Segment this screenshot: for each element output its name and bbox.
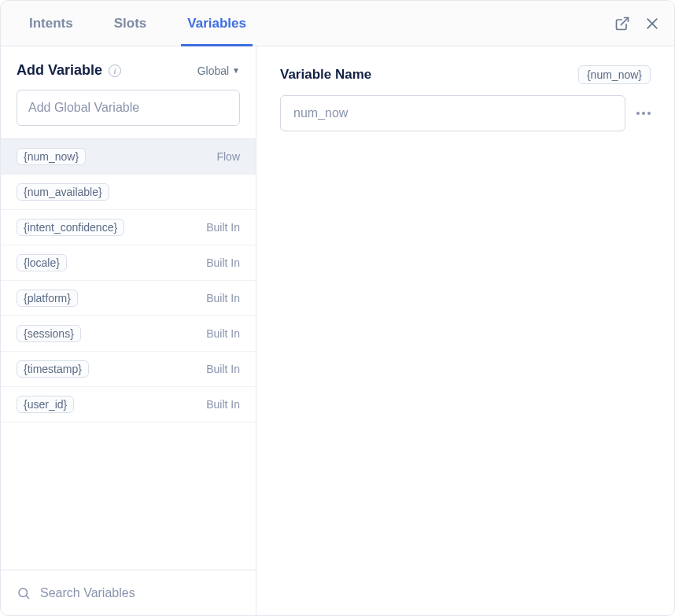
variable-row[interactable]: {num_now}Flow [1, 139, 256, 175]
variable-token: {timestamp} [17, 360, 89, 378]
variable-type: Built In [206, 398, 240, 411]
variable-row[interactable]: {intent_confidence}Built In [1, 210, 256, 245]
variable-type: Built In [206, 221, 240, 234]
detail-title: Variable Name [280, 67, 371, 83]
add-variable-title: Add Variable i [17, 62, 121, 79]
variable-token: {platform} [17, 290, 78, 307]
more-options-button[interactable] [636, 112, 651, 115]
tab-slots[interactable]: Slots [108, 16, 153, 46]
variable-row[interactable]: {locale}Built In [1, 245, 256, 281]
chevron-down-icon: ▼ [232, 66, 240, 75]
add-variable-input[interactable] [17, 90, 240, 126]
svg-point-3 [19, 588, 28, 597]
variable-token: {intent_confidence} [17, 219, 124, 236]
tabs-bar: Intents Slots Variables [1, 1, 674, 46]
header-actions [613, 14, 662, 33]
popout-icon[interactable] [613, 14, 632, 33]
tab-variables[interactable]: Variables [181, 16, 253, 46]
variable-row[interactable]: {timestamp}Built In [1, 352, 256, 387]
add-variable-label: Add Variable [17, 62, 102, 79]
variable-token: {num_available} [17, 183, 109, 201]
variable-list: {num_now}Flow{num_available}{intent_conf… [1, 138, 256, 570]
search-icon [17, 586, 31, 600]
variable-row[interactable]: {user_id}Built In [1, 387, 256, 422]
info-icon[interactable]: i [109, 65, 121, 77]
search-input[interactable] [39, 585, 240, 601]
variable-token: {sessions} [17, 325, 81, 342]
variable-row[interactable]: {sessions}Built In [1, 316, 256, 352]
variable-token: {locale} [17, 254, 67, 271]
variable-token: {user_id} [17, 396, 74, 413]
variable-token: {num_now} [17, 148, 86, 165]
variable-type: Built In [206, 363, 240, 375]
scope-label: Global [197, 65, 229, 77]
variable-type: Built In [206, 292, 240, 304]
search-footer [1, 570, 256, 615]
sidebar: Add Variable i Global ▼ {num_now}Flow{nu… [1, 46, 256, 615]
close-icon[interactable] [643, 14, 662, 33]
variable-row[interactable]: {platform}Built In [1, 281, 256, 316]
detail-token: {num_now} [578, 65, 651, 84]
variable-type: Flow [216, 150, 240, 163]
svg-line-0 [621, 17, 628, 24]
detail-panel: Variable Name {num_now} [256, 46, 674, 615]
variable-type: Built In [206, 256, 240, 269]
variable-name-input[interactable] [280, 95, 625, 131]
variable-row[interactable]: {num_available} [1, 175, 256, 210]
scope-selector[interactable]: Global ▼ [197, 65, 240, 77]
tabs: Intents Slots Variables [23, 1, 253, 46]
tab-intents[interactable]: Intents [23, 16, 79, 46]
add-variable-section: Add Variable i Global ▼ [1, 46, 256, 138]
variable-type: Built In [206, 327, 240, 340]
svg-line-4 [26, 596, 28, 598]
